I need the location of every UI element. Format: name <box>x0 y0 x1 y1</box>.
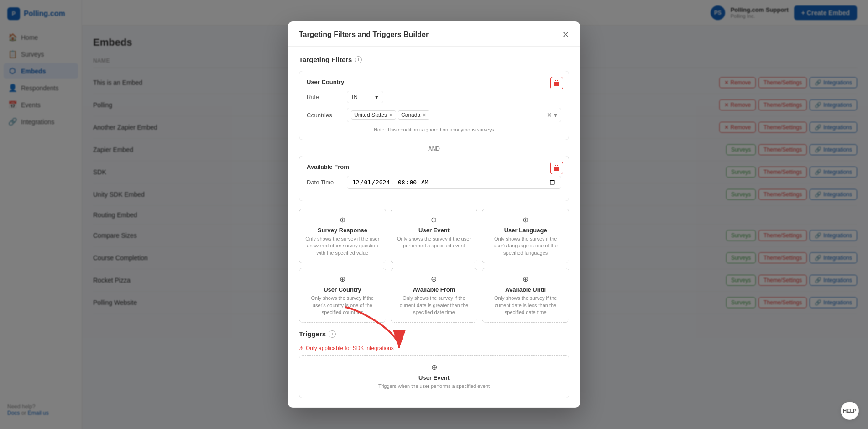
filter-type-user-language[interactable]: ⊕ User Language Only shows the survey if… <box>482 209 569 263</box>
add-filter-icon: ⊕ <box>488 215 563 224</box>
datetime-input[interactable] <box>347 176 561 189</box>
modal-body: Targeting Filters i User Country 🗑 Rule … <box>288 47 580 407</box>
delete-filter-button[interactable]: 🗑 <box>550 77 563 89</box>
trigger-desc: Triggers when the user performs a specif… <box>307 383 561 390</box>
datetime-label: Date Time <box>307 179 343 186</box>
datetime-row: Date Time <box>307 176 561 189</box>
filter-type-desc: Only shows the survey if the user perfor… <box>397 235 472 250</box>
modal-title: Targeting Filters and Triggers Builder <box>299 31 429 39</box>
filter-type-survey-response[interactable]: ⊕ Survey Response Only shows the survey … <box>299 209 386 263</box>
add-filter-icon: ⊕ <box>305 275 380 283</box>
tag-canada-close[interactable]: ✕ <box>422 112 426 118</box>
rule-row: Rule IN ▾ <box>307 91 561 103</box>
triggers-section: Triggers i ⚠ Only applicable for SDK int… <box>299 330 569 398</box>
filter-type-desc: Only shows the survey if the user's coun… <box>305 295 380 316</box>
available-from-filter-card: Available From 🗑 Date Time <box>299 156 569 201</box>
filter-type-title: User Language <box>488 227 563 234</box>
user-country-filter-card: User Country 🗑 Rule IN ▾ Countries Unite… <box>299 71 569 140</box>
triggers-header: Triggers i <box>299 330 569 338</box>
rule-select[interactable]: IN ▾ <box>347 91 383 103</box>
filter2-title: Available From <box>307 163 561 170</box>
filter-type-user-country[interactable]: ⊕ User Country Only shows the survey if … <box>299 268 386 323</box>
filter-card-title: User Country <box>307 78 561 85</box>
countries-input[interactable]: United States ✕ Canada ✕ ✕ ▾ <box>347 108 561 122</box>
filter-type-title: User Country <box>305 286 380 293</box>
tag-us-label: United States <box>354 112 387 118</box>
modal-header: Targeting Filters and Triggers Builder ✕ <box>288 21 580 47</box>
filter-type-user-event[interactable]: ⊕ User Event Only shows the survey if th… <box>391 209 478 263</box>
filter-type-desc: Only shows the survey if the user's lang… <box>488 235 563 256</box>
add-filter-icon: ⊕ <box>488 275 563 283</box>
modal: Targeting Filters and Triggers Builder ✕… <box>288 21 580 408</box>
tag-canada: Canada ✕ <box>398 110 429 120</box>
filter-type-title: Available Until <box>488 286 563 293</box>
triggers-warning-text: Only applicable for SDK integrations <box>306 345 394 351</box>
targeting-filters-header: Targeting Filters i <box>299 56 569 63</box>
modal-close-button[interactable]: ✕ <box>562 31 569 39</box>
filter-type-available-until[interactable]: ⊕ Available Until Only shows the survey … <box>482 268 569 323</box>
filter-type-title: User Event <box>397 227 472 234</box>
rule-label: Rule <box>307 94 343 100</box>
targeting-filters-title: Targeting Filters <box>299 56 352 63</box>
filter-type-grid: ⊕ Survey Response Only shows the survey … <box>299 209 569 323</box>
clear-tags-icon[interactable]: ✕ <box>547 111 552 119</box>
modal-overlay: Targeting Filters and Triggers Builder ✕… <box>0 0 868 429</box>
filter-type-desc: Only shows the survey if the current dat… <box>488 295 563 316</box>
filter-note: Note: This condition is ignored on anony… <box>307 127 561 132</box>
filter-type-title: Survey Response <box>305 227 380 234</box>
add-filter-icon: ⊕ <box>397 215 472 224</box>
countries-chevron-icon[interactable]: ▾ <box>554 111 557 119</box>
filter-type-desc: Only shows the survey if the current dat… <box>397 295 472 316</box>
trigger-card[interactable]: ⊕ User Event Triggers when the user perf… <box>299 355 569 398</box>
filter-type-available-from[interactable]: ⊕ Available From Only shows the survey i… <box>391 268 478 323</box>
triggers-title: Triggers <box>299 330 326 338</box>
triggers-info-icon: i <box>329 330 336 338</box>
delete-filter2-button[interactable]: 🗑 <box>550 162 563 174</box>
rule-value: IN <box>352 94 358 100</box>
countries-label: Countries <box>307 112 343 119</box>
trigger-title: User Event <box>307 374 561 381</box>
help-button[interactable]: HELP <box>841 402 859 420</box>
filter-type-desc: Only shows the survey if the user answer… <box>305 235 380 256</box>
triggers-warning: ⚠ Only applicable for SDK integrations <box>299 345 569 351</box>
add-filter-icon: ⊕ <box>305 215 380 224</box>
add-filter-icon: ⊕ <box>397 275 472 283</box>
filter-type-title: Available From <box>397 286 472 293</box>
tag-us: United States ✕ <box>351 110 396 120</box>
modal-footer: Apply Close <box>288 407 580 408</box>
trigger-add-icon: ⊕ <box>307 363 561 371</box>
tag-us-close[interactable]: ✕ <box>389 112 393 118</box>
and-divider: AND <box>299 146 569 152</box>
tag-canada-label: Canada <box>401 112 420 118</box>
info-icon: i <box>355 56 362 63</box>
countries-row: Countries United States ✕ Canada ✕ ✕ ▾ <box>307 108 561 122</box>
warning-icon: ⚠ <box>299 345 304 351</box>
rule-chevron-icon: ▾ <box>375 94 378 100</box>
